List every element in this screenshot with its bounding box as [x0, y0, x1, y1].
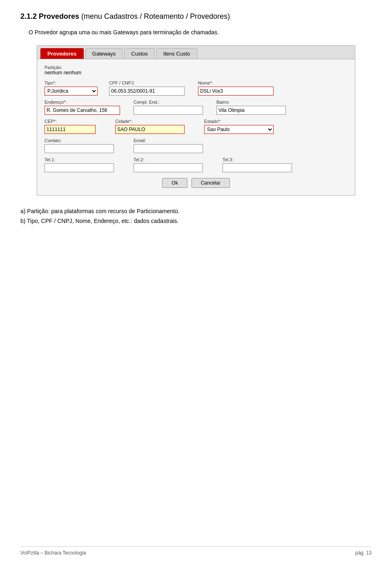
- button-row: Ok Cancelar: [45, 178, 347, 188]
- section-title-normal: (menu Cadastros / Roteamento / Provedore…: [79, 12, 230, 20]
- email-label: Email:: [134, 138, 209, 143]
- tel1-input[interactable]: [45, 163, 114, 172]
- contato-input[interactable]: [45, 144, 114, 153]
- page-footer: VoIPzilla – Bichara Tecnologia pág. 13: [20, 546, 372, 556]
- note-a: a) Partição: para plataformas com recurs…: [20, 208, 372, 214]
- tel2-label: Tel.2:: [134, 157, 209, 162]
- cidade-label: Cidade*:: [115, 119, 191, 124]
- section-title-bold: 2.1.2 Provedores: [20, 12, 79, 20]
- group-tel2: Tel.2:: [134, 157, 209, 172]
- group-cpf: CPF / CNPJ:: [109, 80, 191, 96]
- bairro-label: Bairro:: [216, 100, 292, 105]
- page-header: 2.1.2 Provedores (menu Cadastros / Rotea…: [20, 12, 372, 21]
- particao-row: Partição: nenhum nenhum: [45, 65, 347, 76]
- tab-itens-custo[interactable]: Itens Custo: [156, 48, 197, 59]
- row-tipo-cpf-nome: Tipo*: P.Juridica P.Fisica CPF / CNPJ: N…: [45, 80, 347, 96]
- ok-button[interactable]: Ok: [162, 178, 187, 188]
- contato-label: Contato:: [45, 138, 120, 143]
- group-email: Email:: [134, 138, 209, 153]
- cpf-input[interactable]: [109, 87, 185, 96]
- cidade-input[interactable]: [115, 125, 185, 134]
- particao-value: nenhum nenhum: [45, 70, 347, 76]
- group-cep: CEP*:: [45, 119, 102, 134]
- group-tipo: Tipo*: P.Juridica P.Fisica: [45, 80, 102, 96]
- compl-input[interactable]: [134, 106, 203, 115]
- tipo-select[interactable]: P.Juridica P.Fisica: [45, 87, 98, 96]
- note-b: b) Tipo, CPF / CNPJ, Nome, Endereço, etc…: [20, 218, 372, 224]
- tel3-label: Tel.3:: [223, 157, 298, 162]
- endereco-label: Endereço*:: [45, 100, 126, 105]
- notes-section: a) Partição: para plataformas com recurs…: [20, 208, 372, 224]
- estado-select[interactable]: Sao Paulo Rio de Janeiro Minas Gerais: [204, 125, 274, 134]
- cep-input[interactable]: [45, 125, 96, 134]
- tel1-label: Tel.1:: [45, 157, 120, 162]
- email-input[interactable]: [134, 144, 203, 153]
- group-tel1: Tel.1:: [45, 157, 120, 172]
- estado-label: Estado*:: [204, 119, 280, 124]
- tab-custos[interactable]: Custos: [124, 48, 154, 59]
- particao-label: Partição:: [45, 65, 347, 70]
- group-compl: Compl. End.:: [134, 100, 209, 115]
- form-body: Partição: nenhum nenhum Tipo*: P.Juridic…: [37, 59, 355, 195]
- tab-gateways[interactable]: Gateways: [85, 48, 123, 59]
- footer-right: pág. 13: [355, 550, 372, 556]
- tel2-input[interactable]: [134, 163, 203, 172]
- row-endereco-compl-bairro: Endereço*: Compl. End.: Bairro:: [45, 100, 347, 115]
- intro-text: O Provedor agrupa uma ou mais Gateways p…: [29, 29, 372, 36]
- tab-provedores[interactable]: Provedores: [40, 48, 84, 59]
- form-container: Provedores Gateways Custos Itens Custo P…: [37, 45, 355, 196]
- nome-input[interactable]: [198, 87, 274, 96]
- row-tels: Tel.1: Tel.2: Tel.3:: [45, 157, 347, 172]
- group-endereco: Endereço*:: [45, 100, 126, 115]
- bairro-input[interactable]: [216, 106, 286, 115]
- cancel-button[interactable]: Cancelar: [192, 178, 230, 188]
- group-nome: Nome*:: [198, 80, 280, 96]
- compl-label: Compl. End.:: [134, 100, 209, 105]
- endereco-input[interactable]: [45, 106, 120, 115]
- cpf-label: CPF / CNPJ:: [109, 80, 191, 85]
- cep-label: CEP*:: [45, 119, 102, 124]
- group-estado: Estado*: Sao Paulo Rio de Janeiro Minas …: [204, 119, 280, 134]
- tipo-label: Tipo*:: [45, 80, 102, 85]
- row-contato-email: Contato: Email:: [45, 138, 347, 153]
- nome-label: Nome*:: [198, 80, 280, 85]
- tel3-input[interactable]: [223, 163, 292, 172]
- group-bairro: Bairro:: [216, 100, 292, 115]
- row-cep-cidade-estado: CEP*: Cidade*: Estado*: Sao Paulo Rio de…: [45, 119, 347, 134]
- footer-left: VoIPzilla – Bichara Tecnologia: [20, 550, 86, 556]
- group-contato: Contato:: [45, 138, 120, 153]
- group-cidade: Cidade*:: [115, 119, 191, 134]
- group-tel3: Tel.3:: [223, 157, 298, 172]
- tab-bar: Provedores Gateways Custos Itens Custo: [37, 46, 355, 59]
